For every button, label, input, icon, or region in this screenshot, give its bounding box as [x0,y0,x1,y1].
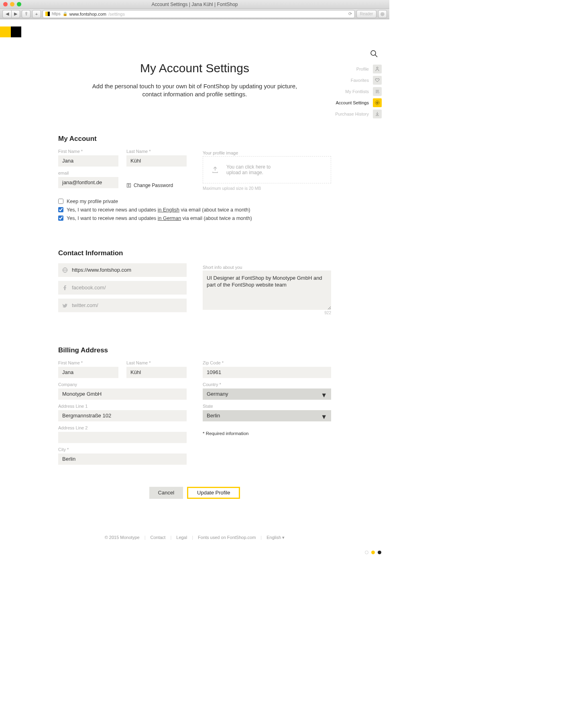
sidenav-fontlists[interactable]: My Fontlists [335,87,382,96]
checkbox-label: Yes, I want to receive news and updates … [67,216,252,221]
globe-icon [62,267,68,273]
addr1-label: Address Line 1 [58,404,187,409]
bill-last-name-input[interactable] [126,367,187,378]
required-note: * Required information [203,431,331,436]
first-name-label: First Name * [58,149,118,154]
browser-toolbar: ◀ ▶ ⇪ + https 🔒 www.fontshop.com/setting… [0,9,389,19]
reload-icon[interactable]: ⟳ [348,11,352,16]
nav-back-button[interactable]: ◀ [2,10,11,18]
footer-language[interactable]: English ▾ [267,535,285,540]
page-subtitle: Add the personal touch to your own bit o… [90,82,299,99]
sidenav-favorites[interactable]: Favorites [335,76,382,85]
url-path: /settings [108,12,125,16]
key-icon: ⚿ [126,183,131,188]
add-tab-button[interactable]: + [32,10,41,18]
email-label: email [58,171,118,175]
update-profile-button[interactable]: Update Profile [187,487,240,499]
bill-first-name-label: First Name * [58,360,118,365]
padlock-icon: 🔒 [63,12,67,16]
facebook-placeholder: facebook.com/ [72,285,106,291]
website-value: https://www.fontshop.com [72,267,131,273]
facebook-input[interactable]: facebook.com/ [58,281,187,295]
bio-label: Short info about you [203,265,242,270]
addr1-input[interactable] [58,410,187,421]
company-input[interactable] [58,388,187,400]
list-icon [373,87,382,96]
checkbox-label: Yes, I want to receive news and updates … [67,207,250,213]
last-name-label: Last Name * [126,149,187,154]
bio-textarea[interactable] [203,270,331,310]
email-input[interactable] [58,177,118,188]
sidenav-profile[interactable]: Profile [335,65,382,73]
facebook-icon [62,285,68,291]
change-password-link[interactable]: ⚿Change Password [126,183,187,188]
fontshop-logo[interactable] [0,26,21,37]
bill-first-name-input[interactable] [58,367,118,378]
sidenav-item-label: Profile [356,67,369,71]
checkbox-news-de[interactable]: Yes, I want to receive news and updates … [58,216,331,221]
upload-text: You can click here to upload an image. [226,164,279,175]
url-host: www.fontshop.com [69,12,106,16]
svg-point-0 [371,51,376,55]
search-icon[interactable] [370,50,378,58]
twitter-placeholder: twitter.com/ [72,302,98,308]
addr2-label: Address Line 2 [58,425,187,430]
change-password-label: Change Password [134,183,173,188]
window-title: Account Settings | Jana Kühl | FontShop [0,2,389,7]
lock-icon: https [52,12,61,16]
checkbox-label: Keep my profile private [67,199,118,204]
state-select[interactable]: Berlin [203,410,331,421]
page-title: My Account Settings [0,61,389,75]
nav-forward-button[interactable]: ▶ [11,10,20,18]
svg-point-2 [376,67,378,69]
sidenav-purchase-history[interactable]: Purchase History [335,110,382,118]
heart-icon [373,76,382,85]
section-my-account: My Account [58,135,331,143]
twitter-icon [62,303,68,308]
checkbox-news-en[interactable]: Yes, I want to receive news and updates … [58,207,331,213]
section-billing: Billing Address [58,346,331,354]
profile-image-label: Your profile image [203,150,238,155]
company-label: Company [58,382,187,387]
first-name-input[interactable] [58,155,118,167]
svg-line-1 [375,55,378,57]
sidenav-item-label: Purchase History [335,112,369,116]
bill-last-name-label: Last Name * [126,360,187,365]
last-name-input[interactable] [126,155,187,167]
addr2-input[interactable] [58,432,187,443]
footer-fonts[interactable]: Fonts used on FontShop.com [198,535,256,540]
address-bar[interactable]: https 🔒 www.fontshop.com/settings ⟳ [43,10,355,18]
gear-icon [373,98,382,107]
footer-contact[interactable]: Contact [150,535,165,540]
sidenav-item-label: My Fontlists [345,89,369,94]
checkbox-private[interactable]: Keep my profile private [58,199,331,204]
upload-image-area[interactable]: You can click here to upload an image. [203,156,331,183]
cancel-button[interactable]: Cancel [149,487,183,499]
zip-input[interactable] [203,367,331,378]
bio-counter: 922 [203,311,331,315]
favicon-icon [45,12,50,16]
section-contact: Contact Information [58,249,331,257]
settings-icon[interactable]: ◎ [378,10,387,18]
country-select[interactable]: Germany [203,388,331,400]
twitter-input[interactable]: twitter.com/ [58,299,187,312]
checkbox-news-de-input[interactable] [58,216,63,221]
sidenav-account-settings[interactable]: Account Settings [335,98,382,107]
checkbox-private-input[interactable] [58,199,63,204]
website-input[interactable]: https://www.fontshop.com [58,263,187,277]
reader-button[interactable]: Reader [356,10,376,18]
country-label: Country * [203,382,331,387]
upload-icon [211,166,219,174]
sidenav-item-label: Account Settings [336,100,369,105]
footer-legal[interactable]: Legal [176,535,187,540]
share-button[interactable]: ⇪ [22,10,31,18]
svg-point-6 [376,102,378,104]
account-sidenav: Profile Favorites My Fontlists Account S… [335,65,382,121]
state-label: State [203,404,331,409]
copyright: © 2015 Monotype [105,535,140,540]
city-input[interactable] [58,453,187,465]
svg-point-7 [375,101,379,105]
checkbox-news-en-input[interactable] [58,207,63,212]
zip-label: Zip Code * [203,360,331,365]
window-titlebar: Account Settings | Jana Kühl | FontShop [0,0,389,9]
